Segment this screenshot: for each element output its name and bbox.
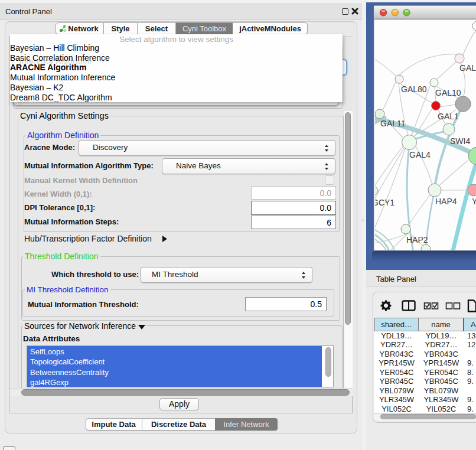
svg-text:GAL80: GAL80 bbox=[401, 84, 427, 94]
svg-text:GAL10: GAL10 bbox=[435, 88, 461, 97]
svg-text:SWI4: SWI4 bbox=[450, 136, 470, 146]
svg-text:HAP4: HAP4 bbox=[435, 197, 457, 206]
svg-text:Y: Y bbox=[472, 197, 476, 206]
svg-text:HAP2: HAP2 bbox=[406, 235, 428, 244]
svg-text:GCY1: GCY1 bbox=[372, 198, 395, 207]
svg-text:GAL11: GAL11 bbox=[380, 119, 406, 128]
svg-text:GAL1: GAL1 bbox=[438, 112, 459, 121]
svg-text:GAL4: GAL4 bbox=[409, 150, 431, 159]
svg-text:GAL7: GAL7 bbox=[459, 63, 476, 73]
